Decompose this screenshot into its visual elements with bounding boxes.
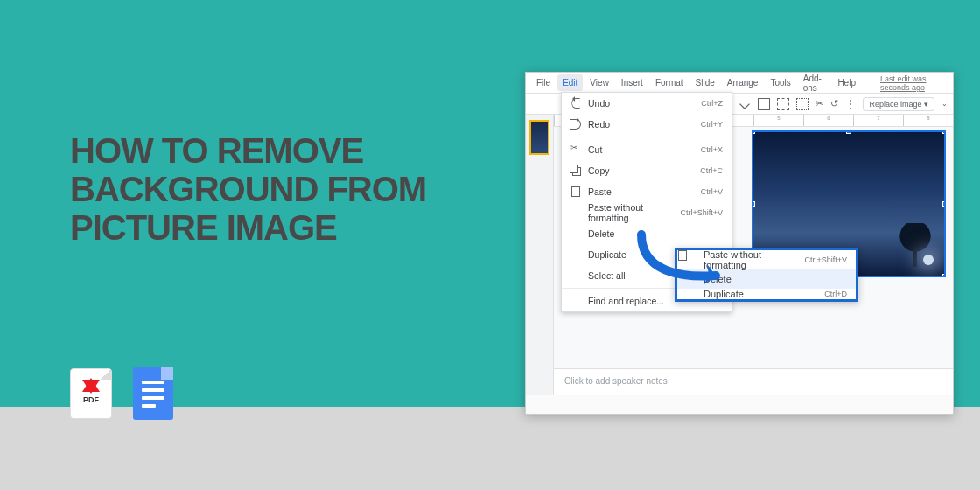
resize-handle[interactable] <box>942 274 946 277</box>
replace-image-button[interactable]: Replace image ▾ <box>863 97 934 111</box>
slide-thumbnails <box>526 115 554 395</box>
chevron-down-icon[interactable]: ⌄ <box>942 100 948 108</box>
zoom-row-duplicate[interactable]: Duplicate Ctrl+D <box>677 289 856 299</box>
redo-icon <box>570 119 581 130</box>
resize-handle[interactable] <box>846 130 851 134</box>
cut-icon <box>570 144 581 155</box>
paste-icon <box>686 255 696 265</box>
border-color-icon[interactable] <box>758 98 770 110</box>
menu-help[interactable]: Help <box>832 74 861 91</box>
adobe-triangle-icon <box>82 378 100 392</box>
zoom-row-paste-no-format[interactable]: Paste without formatting Ctrl+Shift+V <box>677 250 856 270</box>
undo-icon <box>570 98 581 108</box>
paste-icon <box>570 186 581 197</box>
menubar: File Edit View Insert Format Slide Arran… <box>526 73 953 94</box>
menu-item-paste-no-format[interactable]: Paste without formatting Ctrl+Shift+V <box>562 202 732 223</box>
copy-icon <box>570 165 581 176</box>
menu-view[interactable]: View <box>584 74 614 91</box>
menu-format[interactable]: Format <box>650 74 689 91</box>
slides-app-window: File Edit View Insert Format Slide Arran… <box>525 72 954 415</box>
menu-addons[interactable]: Add-ons <box>798 70 831 96</box>
zoom-row-delete[interactable]: Delete <box>677 270 856 289</box>
page-title: HOW TO REMOVE BACKGROUND FROM PICTURE IM… <box>70 131 446 247</box>
resize-handle[interactable] <box>752 201 755 206</box>
menu-insert[interactable]: Insert <box>616 74 648 91</box>
menu-arrange[interactable]: Arrange <box>722 74 764 91</box>
pdf-label: PDF <box>83 396 99 404</box>
menu-item-delete[interactable]: Delete <box>562 223 732 244</box>
more-icon[interactable]: ⋮ <box>845 98 856 110</box>
pdf-icon[interactable]: PDF <box>70 368 112 419</box>
menu-item-paste[interactable]: Paste Ctrl+V <box>562 181 732 202</box>
last-edit-link[interactable]: Last edit was seconds ago <box>875 71 948 95</box>
menu-slide[interactable]: Slide <box>690 74 720 91</box>
menu-file[interactable]: File <box>531 74 556 91</box>
menu-tools[interactable]: Tools <box>765 74 795 91</box>
reset-image-icon[interactable]: ↺ <box>830 98 838 109</box>
pencil-icon[interactable] <box>739 99 750 109</box>
tree-silhouette <box>893 223 937 267</box>
zoom-callout-panel: Paste without formatting Ctrl+Shift+V De… <box>675 248 858 302</box>
menu-item-redo[interactable]: Redo Ctrl+Y <box>562 114 732 135</box>
menu-item-copy[interactable]: Copy Ctrl+C <box>562 160 732 181</box>
resize-handle[interactable] <box>752 130 755 134</box>
menu-item-undo[interactable]: Undo Ctrl+Z <box>562 93 732 114</box>
google-docs-icon[interactable] <box>133 368 173 420</box>
border-dash-icon[interactable] <box>796 98 808 110</box>
resize-handle[interactable] <box>942 201 946 206</box>
menu-edit[interactable]: Edit <box>557 74 583 91</box>
file-type-icons: PDF <box>70 368 173 420</box>
resize-handle[interactable] <box>942 130 946 134</box>
border-weight-icon[interactable] <box>777 98 789 110</box>
crop-icon[interactable]: ✂ <box>816 98 823 109</box>
menu-item-cut[interactable]: Cut Ctrl+X <box>562 139 732 160</box>
speaker-notes[interactable]: Click to add speaker notes <box>554 368 953 395</box>
slide-thumbnail-1[interactable] <box>529 120 550 155</box>
